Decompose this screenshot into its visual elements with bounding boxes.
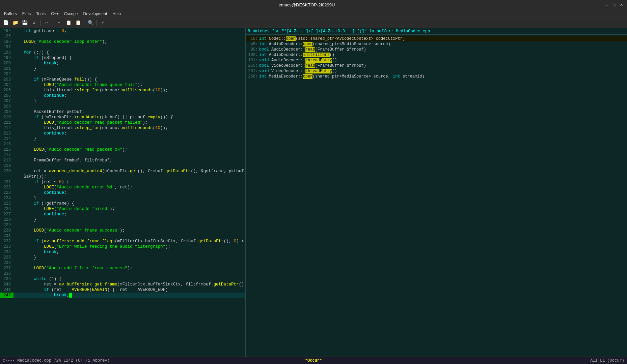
menu-help[interactable]: Help	[110, 11, 124, 17]
code-line-212: 212 this_thread::sleep_for(chrono::milli…	[0, 125, 245, 131]
toolbar-copy[interactable]: 📋	[64, 19, 73, 27]
code-line-211: 211 LOGD("Audio decoder read packet fail…	[0, 120, 245, 125]
menu-cscope[interactable]: Cscope	[61, 11, 81, 17]
code-line-230: 230 LOGD("Audio decoder frame success");	[0, 228, 245, 233]
code-line-235: 235 }	[0, 255, 245, 260]
code-line-209: 209 PacketBuffer pktbuf;	[0, 109, 245, 115]
code-line-220: 220 ret = avcodec_decode_audio4(mCodecPt…	[0, 169, 245, 174]
code-line-232: 232 if (av_buffersrc_add_frame_flags(mFi…	[0, 239, 245, 244]
code-line-218: 218 FrameBuffer frmbuf, filtfrmbuf;	[0, 158, 245, 163]
search-result-4[interactable]: 102: int AudioDecoder::initFilters()	[246, 52, 627, 58]
code-line-237: 237 LOGD("Audio add filter frame success…	[0, 266, 245, 271]
code-line-201: 201 }	[0, 66, 245, 71]
toolbar-sep4	[97, 20, 97, 26]
toolbar-undo[interactable]: ↩	[42, 19, 51, 27]
status-left: c\--- MediaCodec.cpp 72% L242 (C++/1 Abb…	[3, 358, 292, 363]
close-button[interactable]: ✕	[619, 2, 624, 8]
code-line-207: 207 }	[0, 98, 245, 104]
toolbar-paste[interactable]: 📋	[74, 19, 82, 27]
code-line-206: 206 continue;	[0, 93, 245, 98]
code-line-198: 198 for (;;) {	[0, 50, 245, 55]
toolbar-close[interactable]: ✗	[30, 19, 38, 27]
search-result-7[interactable]: 261: void VideoDecoder::threadEntry()	[246, 68, 627, 74]
code-line-236: 236	[0, 260, 245, 266]
code-pane[interactable]: 194 int gotframe = 0; 195 196 LOGD("Audi…	[0, 28, 246, 357]
code-line-202: 202	[0, 71, 245, 77]
menu-development[interactable]: Development	[81, 11, 110, 17]
toolbar-search[interactable]: 🔍	[86, 19, 95, 27]
status-mid: *Occur*	[305, 358, 322, 363]
code-line-227: 227 continue;	[0, 212, 245, 217]
menu-bar: Buffers Files Tools C++ Cscope Developme…	[0, 10, 627, 18]
search-result-6[interactable]: 255: bool VideoDecoder::read(FrameBuffer…	[246, 63, 627, 68]
title-text: emacs@DESKTOP-2I0299U	[279, 2, 335, 7]
code-line-220b: $aPtr());	[0, 174, 245, 179]
menu-buffers[interactable]: Buffers	[1, 11, 20, 17]
code-line-203: 203 if (mFrameQueue.full()) {	[0, 77, 245, 82]
toolbar-open[interactable]: 📁	[11, 19, 20, 27]
toolbar-sep2	[53, 20, 53, 26]
code-line-194: 194 int gotframe = 0;	[0, 28, 245, 34]
code-line-222: 222 LOGE("Audio decode error %d", ret);	[0, 185, 245, 190]
toolbar-cut[interactable]: ✂	[55, 19, 63, 27]
code-line-224: 224 }	[0, 195, 245, 201]
code-line-221: 221 if (ret < 0) {	[0, 179, 245, 185]
code-line-214: 214 }	[0, 136, 245, 142]
search-result-2[interactable]: 48: int AudioDecoder::open(shared_ptr<Me…	[246, 41, 627, 47]
status-right: All L1 (Occur)	[335, 358, 624, 363]
code-line-223: 223 continue;	[0, 190, 245, 195]
toolbar-sep1	[40, 20, 40, 26]
code-line-210: 210 if (!mTracksPtr->readAudio(pktbuf) |…	[0, 115, 245, 120]
code-line-195: 195	[0, 34, 245, 39]
toolbar-save[interactable]: 💾	[20, 19, 29, 27]
title-bar: emacs@DESKTOP-2I0299U ─ □ ✕	[0, 0, 627, 10]
code-line-234: 234 break;	[0, 249, 245, 255]
code-line-242: 242 break;	[0, 293, 245, 298]
search-pane[interactable]: 8 matches for "^[A-Za-z ]+[ ]+[A-Za-z0-9…	[246, 28, 627, 357]
menu-tools[interactable]: Tools	[33, 11, 48, 17]
code-line-215: 215	[0, 142, 245, 147]
code-line-233: 233 LOGE("Error while feeding the audio …	[0, 244, 245, 249]
code-line-217: 217	[0, 152, 245, 158]
minimize-button[interactable]: ─	[604, 2, 609, 8]
menu-cpp[interactable]: C++	[48, 11, 61, 17]
search-header: 8 matches for "^[A-Za-z ]+[ ]+[A-Za-z0-9…	[246, 28, 627, 35]
code-line-219: 219	[0, 163, 245, 169]
code-line-226: 226 LOGE("Audio decode failed");	[0, 206, 245, 212]
search-result-8[interactable]: 266: int MediaDecoder::open(shared_ptr<M…	[246, 74, 627, 79]
code-line-231: 231	[0, 233, 245, 239]
code-content: 194 int gotframe = 0; 195 196 LOGD("Audi…	[0, 28, 245, 357]
code-line-200: 200 break;	[0, 61, 245, 66]
code-line-199: 199 if (mStopped) {	[0, 55, 245, 61]
code-line-241: 241 if (ret == AVERROR(EAGAIN) || ret ==…	[0, 287, 245, 293]
code-line-216: 216 LOGD("Audio decoder read packet ok")…	[0, 147, 245, 152]
maximize-button[interactable]: □	[611, 2, 617, 8]
code-line-196: 196 LOGD("Audio decoder loop enter");	[0, 39, 245, 44]
code-line-239: 239 while (1) {	[0, 276, 245, 282]
code-line-240: 240 ret = av_buffersink_get_frame(mFilte…	[0, 282, 245, 287]
code-line-238: 238	[0, 271, 245, 276]
search-result-5[interactable]: 191: void AudioDecoder::threadEntry()	[246, 58, 627, 63]
search-result-1[interactable]: 16: int Codec::open(std::shared_ptr<AVCo…	[246, 36, 627, 41]
search-result-3[interactable]: 90: bool AudioDecoder::read(FrameBuffer …	[246, 47, 627, 52]
toolbar-run[interactable]: ⚡	[99, 19, 107, 27]
toolbar: 📄 📁 💾 ✗ ↩ ✂ 📋 📋 🔍 ⚡	[0, 18, 627, 28]
code-line-229: 229	[0, 222, 245, 228]
window-controls: ─ □ ✕	[604, 2, 624, 8]
toolbar-sep3	[84, 20, 84, 26]
code-line-228: 228 }	[0, 217, 245, 222]
code-line-208: 208	[0, 104, 245, 109]
code-line-205: 205 this_thread::sleep_for(chrono::milli…	[0, 88, 245, 93]
code-line-197: 197	[0, 44, 245, 50]
code-line-204: 204 LOGD("Audio decoder frame queue full…	[0, 82, 245, 88]
main-area: 194 int gotframe = 0; 195 196 LOGD("Audi…	[0, 28, 627, 357]
code-line-225: 225 if (!gotframe) {	[0, 201, 245, 206]
search-results: 16: int Codec::open(std::shared_ptr<AVCo…	[246, 35, 627, 357]
status-bar: c\--- MediaCodec.cpp 72% L242 (C++/1 Abb…	[0, 357, 627, 364]
toolbar-new[interactable]: 📄	[1, 19, 10, 27]
code-line-213: 213 continue;	[0, 131, 245, 136]
menu-files[interactable]: Files	[20, 11, 33, 17]
